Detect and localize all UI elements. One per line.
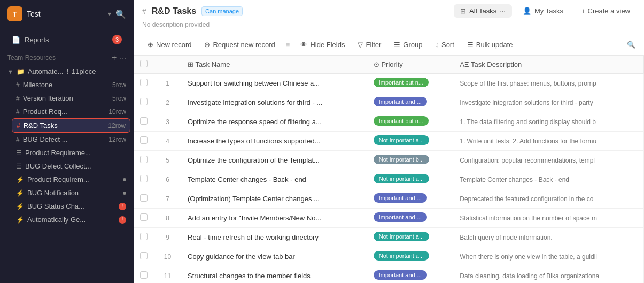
new-record-label: New record bbox=[156, 41, 191, 49]
table-row: 9 Real - time refresh of the working dir… bbox=[134, 228, 644, 247]
automate-count: 11piece bbox=[72, 67, 96, 75]
row-desc: 1. Write unit tests; 2. Add functions fo… bbox=[453, 132, 644, 151]
row-select-checkbox[interactable] bbox=[140, 136, 148, 144]
product-req-count: 10row bbox=[108, 108, 126, 116]
task-name-cell: Real - time refresh of the working direc… bbox=[188, 233, 319, 241]
row-checkbox bbox=[134, 170, 154, 189]
row-task-name: Real - time refresh of the working direc… bbox=[181, 228, 367, 247]
toolbar-search[interactable]: 🔍 bbox=[627, 41, 635, 49]
row-priority: Not important a... bbox=[367, 247, 453, 266]
divider-icon: ≡ bbox=[286, 41, 290, 49]
sidebar-item-bug-status-cha[interactable]: ⚡ BUG Status Cha... ! bbox=[12, 200, 130, 213]
toolbar-divider-1: ≡ bbox=[283, 37, 293, 52]
col-task-name[interactable]: ⊞ Task Name bbox=[181, 56, 367, 74]
table-row: 4 Increase the types of functions suppor… bbox=[134, 132, 644, 151]
sidebar-item-rd-tasks[interactable]: # R&D Tasks 12row bbox=[12, 118, 130, 133]
sidebar-item-bug-notification[interactable]: ⚡ BUG Notification bbox=[12, 186, 130, 200]
add-team-resource-icon[interactable]: + bbox=[112, 53, 117, 63]
table-row: 8 Add an entry for "Invite Members/New N… bbox=[134, 209, 644, 228]
row-num: 9 bbox=[154, 228, 181, 247]
priority-col-icon: ⊙ bbox=[374, 60, 379, 68]
row-select-checkbox[interactable] bbox=[140, 213, 148, 221]
plus-icon: + bbox=[581, 7, 586, 15]
create-view-button[interactable]: + Create a view bbox=[576, 4, 635, 18]
sidebar-item-version-iteration[interactable]: # Version Iteration 5row bbox=[12, 91, 130, 105]
request-new-record-label: Request new record bbox=[213, 41, 275, 49]
row-num: 10 bbox=[154, 247, 181, 266]
sidebar-item-automatically-ge[interactable]: ⚡ Automatically Ge... ! bbox=[12, 213, 130, 226]
priority-badge: Important and ... bbox=[374, 212, 427, 222]
product-req-label: Product Req... bbox=[23, 108, 106, 116]
table-row: 7 (Optimization) Template Center changes… bbox=[134, 189, 644, 209]
task-desc-cell: Deprecated the featured configuration in… bbox=[460, 195, 593, 203]
row-select-checkbox[interactable] bbox=[140, 252, 148, 259]
row-num: 7 bbox=[154, 189, 181, 209]
bug-status-badge: ! bbox=[119, 203, 126, 210]
sidebar-tree: ▼ 📁 Automate... ! 11piece # Milestone 5r… bbox=[0, 65, 134, 283]
priority-badge: Important but n... bbox=[374, 116, 429, 126]
row-select-checkbox[interactable] bbox=[140, 271, 148, 279]
project-title: R&D Tasks bbox=[152, 6, 196, 16]
row-select-checkbox[interactable] bbox=[140, 233, 148, 240]
tasks-table: ⊞ Task Name ⊙ Priority ΑΞ Task Descripti… bbox=[134, 56, 644, 283]
workspace-chevron[interactable]: ▾ bbox=[108, 10, 111, 18]
bug-defect-collect-label: BUG Defect Collect... bbox=[25, 162, 126, 170]
tree-parent-automate[interactable]: ▼ 📁 Automate... ! 11piece bbox=[3, 65, 130, 78]
row-desc: Scope of the first phase: menus, buttons… bbox=[453, 74, 644, 93]
filter-button[interactable]: ▽ Filter bbox=[352, 38, 386, 51]
row-num: 8 bbox=[154, 209, 181, 228]
task-desc-cell: Data cleaning, data loading of Bika orga… bbox=[460, 272, 599, 280]
row-select-checkbox[interactable] bbox=[140, 98, 148, 105]
row-select-checkbox[interactable] bbox=[140, 156, 148, 163]
col-description[interactable]: ΑΞ Task Description bbox=[453, 56, 644, 74]
row-desc: Statistical information on the number of… bbox=[453, 209, 644, 228]
task-desc-cell: When there is only one view in the table… bbox=[460, 253, 597, 261]
row-select-checkbox[interactable] bbox=[140, 117, 148, 125]
row-checkbox bbox=[134, 151, 154, 170]
row-desc: 1. The data filtering and sorting displa… bbox=[453, 112, 644, 132]
task-name-cell: Increase the types of functions supporte… bbox=[188, 137, 321, 145]
select-all-checkbox[interactable] bbox=[140, 60, 148, 67]
task-name-cell: Structural changes to the member fields bbox=[188, 272, 311, 280]
hide-fields-button[interactable]: 👁 Hide Fields bbox=[295, 38, 350, 51]
search-icon[interactable]: 🔍 bbox=[115, 9, 126, 19]
sidebar-item-product-requireme[interactable]: ☰ Product Requireme... bbox=[12, 146, 130, 159]
avatar: T bbox=[7, 6, 22, 21]
sidebar-item-product-requirem[interactable]: ⚡ Product Requirem... bbox=[12, 173, 130, 186]
group-label: Group bbox=[403, 41, 422, 49]
priority-badge: Not important a... bbox=[374, 251, 429, 261]
search-toolbar-icon: 🔍 bbox=[627, 41, 635, 49]
sidebar-item-milestone[interactable]: # Milestone 5row bbox=[12, 78, 130, 91]
row-checkbox bbox=[134, 112, 154, 132]
request-new-record-button[interactable]: ⊕ Request new record bbox=[199, 38, 280, 51]
milestone-count: 5row bbox=[112, 81, 126, 89]
col-priority[interactable]: ⊙ Priority bbox=[367, 56, 453, 74]
all-tasks-more-icon[interactable]: ··· bbox=[500, 7, 506, 15]
table-row: 5 Optimize the configuration of the Temp… bbox=[134, 151, 644, 170]
row-select-checkbox[interactable] bbox=[140, 175, 148, 182]
sidebar-header: T Test ▾ 🔍 bbox=[0, 0, 134, 28]
row-num: 11 bbox=[154, 266, 181, 284]
team-resource-more-icon[interactable]: ··· bbox=[120, 53, 126, 62]
request-icon: ⊕ bbox=[204, 41, 210, 49]
lightning-icon: ⚡ bbox=[16, 176, 24, 183]
sidebar-item-bug-defect[interactable]: # BUG Defect ... 12row bbox=[12, 133, 130, 146]
bulk-update-button[interactable]: ☰ Bulk update bbox=[462, 38, 518, 51]
group-button[interactable]: ☰ Group bbox=[389, 38, 428, 51]
sidebar-item-product-req[interactable]: # Product Req... 10row bbox=[12, 105, 130, 118]
row-checkbox bbox=[134, 209, 154, 228]
tab-all-tasks[interactable]: ⊞ All Tasks ··· bbox=[454, 4, 512, 18]
row-num: 4 bbox=[154, 132, 181, 151]
sidebar-item-bug-defect-collect[interactable]: ☰ BUG Defect Collect... bbox=[12, 159, 130, 173]
reports-item[interactable]: 📄 Reports 3 bbox=[7, 32, 126, 48]
row-select-checkbox[interactable] bbox=[140, 194, 148, 202]
new-record-button[interactable]: ⊕ New record bbox=[142, 38, 197, 51]
row-desc: Data cleaning, data loading of Bika orga… bbox=[453, 266, 644, 284]
sort-button[interactable]: ↕ Sort bbox=[430, 38, 459, 51]
all-tasks-label: All Tasks bbox=[469, 7, 496, 15]
tab-my-tasks[interactable]: 👤 My Tasks bbox=[516, 4, 570, 18]
status-dot bbox=[123, 192, 126, 195]
row-select-checkbox[interactable] bbox=[140, 79, 148, 86]
milestone-label: Milestone bbox=[23, 81, 109, 89]
automatically-ge-label: Automatically Ge... bbox=[27, 216, 115, 224]
